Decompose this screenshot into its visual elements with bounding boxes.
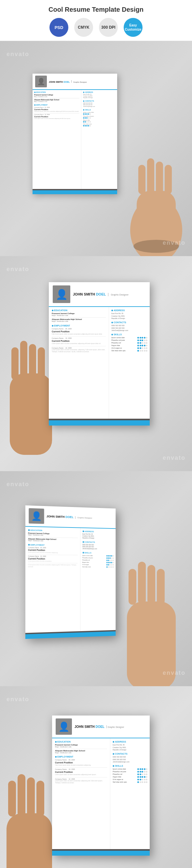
- resume-photo-1: [35, 75, 47, 87]
- watermark-tl-4: envato: [6, 696, 29, 703]
- resume-card-1: JOHN SMITH DOEL Graphic Designer EDUCATI…: [33, 74, 117, 194]
- resume-body-1: EDUCATION Praesent laoreet College Major…: [33, 90, 117, 193]
- cmyk-label: CMYK: [78, 25, 89, 30]
- watermark-tl-3: envato: [6, 481, 29, 488]
- preview-section-1: envato envato JOHN SMITH DOEL Graphic De…: [0, 41, 192, 256]
- page-header: Cool Resume Template Design PSD CMYK 300…: [0, 0, 192, 41]
- svg-rect-20: [27, 777, 35, 816]
- preview-section-4: envato envato 👤 JOHN SMITH DOEL Graphic …: [0, 686, 192, 868]
- watermark-br-2: envato: [163, 455, 186, 461]
- resume-inner-1: JOHN SMITH DOEL Graphic Designer EDUCATI…: [33, 74, 117, 194]
- svg-rect-17: [6, 813, 52, 868]
- badge-cmyk: CMYK: [74, 18, 93, 37]
- resume-card-3: 👤 JOHN SMITH DOEL Graphic Designer EDUCA…: [25, 505, 116, 639]
- svg-rect-2: [138, 165, 146, 194]
- svg-rect-4: [156, 162, 163, 194]
- resume-name-block-1: JOHN SMITH DOEL Graphic Designer: [49, 80, 115, 83]
- svg-rect-15: [147, 565, 155, 604]
- badge-easy: EasyCustomize: [124, 18, 143, 37]
- svg-rect-5: [165, 165, 172, 194]
- resume-card-4: 👤 JOHN SMITH DOEL Graphic Designer EDUCA…: [52, 715, 150, 856]
- resume-card-2: 👤 JOHN SMITH DOEL Graphic Designer EDUCA…: [49, 282, 150, 426]
- resume-right-1: ADDRESS East Port Rd. 35 Creative City 9…: [81, 90, 117, 193]
- easy-label: EasyCustomize: [125, 23, 142, 32]
- resume-fullname-1: JOHN SMITH DOEL Graphic Designer: [49, 80, 115, 83]
- page-title: Cool Resume Template Design: [3, 6, 189, 13]
- svg-rect-8: [11, 347, 18, 380]
- svg-rect-3: [147, 158, 154, 194]
- svg-rect-13: [128, 569, 137, 605]
- hand-right-3: [114, 517, 192, 686]
- svg-rect-7: [10, 373, 52, 455]
- badge-psd: PSD: [49, 18, 68, 37]
- resume-left-1: EDUCATION Praesent laoreet College Major…: [33, 90, 81, 193]
- svg-rect-10: [29, 344, 36, 380]
- watermark-tl-2: envato: [6, 266, 29, 273]
- svg-rect-21: [36, 781, 44, 816]
- svg-rect-12: [127, 601, 176, 686]
- svg-rect-14: [138, 562, 146, 604]
- dpi-label: 300 DPI: [101, 25, 115, 30]
- svg-rect-9: [20, 341, 27, 380]
- svg-point-6: [133, 240, 179, 253]
- svg-rect-19: [17, 774, 25, 816]
- badges-row: PSD CMYK 300 DPI EasyCustomize: [3, 18, 189, 37]
- badge-dpi: 300 DPI: [99, 18, 118, 37]
- svg-rect-18: [8, 781, 16, 816]
- svg-rect-11: [38, 347, 45, 380]
- watermark-tl-1: envato: [6, 51, 29, 58]
- preview-section-3: envato envato 👤 JOHN SMITH DOEL Graphic …: [0, 471, 192, 686]
- psd-label: PSD: [55, 25, 64, 30]
- preview-section-2: envato envato 👤 JOHN SMITH DOEL Graphic …: [0, 256, 192, 471]
- hand-right-1: [120, 100, 192, 256]
- resume-header-1: JOHN SMITH DOEL Graphic Designer: [33, 74, 117, 90]
- svg-rect-16: [157, 569, 165, 605]
